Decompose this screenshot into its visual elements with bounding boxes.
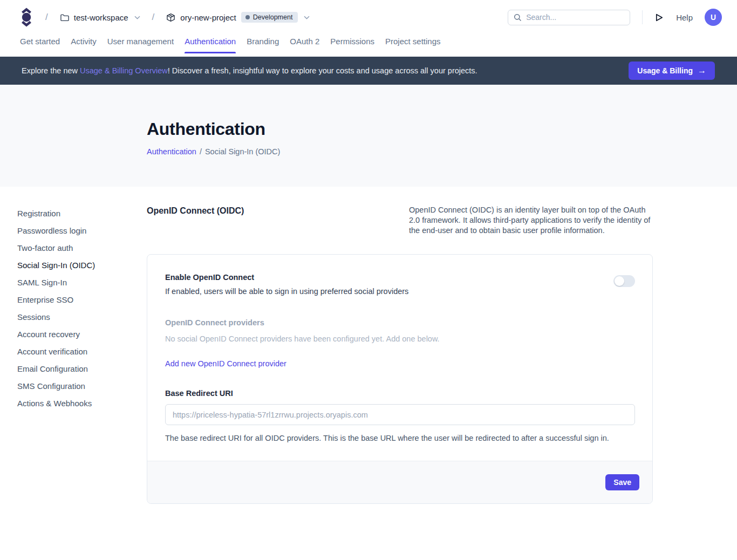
save-button[interactable]: Save — [605, 474, 639, 490]
sidebar-item[interactable]: Actions & Webhooks — [17, 395, 131, 412]
add-provider-link[interactable]: Add new OpenID Connect provider — [165, 359, 286, 368]
workspace-switcher[interactable]: test-workspace — [60, 13, 140, 22]
chevron-down-icon — [134, 16, 140, 19]
breadcrumb-authentication-link[interactable]: Authentication — [147, 147, 196, 156]
nav-tab[interactable]: Project settings — [385, 35, 441, 53]
project-nav-tabs: Get started Activity User management Aut… — [0, 35, 737, 57]
enable-oidc-description: If enabled, users will be able to sign i… — [165, 287, 408, 296]
project-switcher[interactable]: ory-new-project Development — [166, 12, 310, 23]
enable-oidc-toggle[interactable] — [613, 275, 635, 287]
oidc-settings-card: Enable OpenID Connect If enabled, users … — [147, 254, 653, 504]
breadcrumb-separator: / — [152, 12, 155, 23]
enable-oidc-title: Enable OpenID Connect — [165, 273, 408, 282]
banner-text: Explore the new Usage & Billing Overview… — [22, 66, 620, 75]
page-header: Authentication Authentication/Social Sig… — [0, 85, 737, 187]
sidebar-item[interactable]: SAML Sign-In — [17, 274, 131, 291]
package-icon — [166, 13, 175, 22]
user-avatar[interactable]: U — [705, 9, 722, 26]
nav-tab[interactable]: Activity — [71, 35, 97, 53]
breadcrumb: Authentication/Social Sign-In (OIDC) — [147, 147, 737, 156]
nav-tab[interactable]: Branding — [247, 35, 279, 53]
section-description: OpenID Connect (OIDC) is an identity lay… — [409, 205, 653, 236]
breadcrumb-separator: / — [200, 147, 202, 156]
page-title: Authentication — [147, 119, 737, 139]
toggle-knob — [615, 276, 624, 286]
help-button[interactable]: Help — [676, 13, 693, 22]
usage-billing-overview-link[interactable]: Usage & Billing Overview — [80, 66, 168, 75]
chevron-down-icon — [304, 16, 310, 19]
nav-tab[interactable]: User management — [107, 35, 174, 53]
sidebar-item[interactable]: Enterprise SSO — [17, 291, 131, 309]
project-name: ory-new-project — [180, 13, 236, 22]
nav-tab[interactable]: Permissions — [330, 35, 374, 53]
sidebar-item[interactable]: Passwordless login — [17, 222, 131, 240]
sidebar-item[interactable]: Sessions — [17, 309, 131, 326]
usage-billing-banner: Explore the new Usage & Billing Overview… — [0, 57, 737, 85]
sidebar-item[interactable]: Account recovery — [17, 326, 131, 343]
sidebar-item[interactable]: Two-factor auth — [17, 240, 131, 257]
search-box — [508, 10, 630, 25]
section-title: OpenID Connect (OIDC) — [147, 205, 244, 216]
sidebar-item[interactable]: Social Sign-In (OIDC) — [17, 257, 131, 274]
workspace-name: test-workspace — [74, 13, 128, 22]
divider — [642, 10, 643, 24]
base-redirect-uri-input[interactable] — [165, 404, 635, 425]
folder-icon — [60, 13, 69, 22]
sidebar-item[interactable]: SMS Configuration — [17, 378, 131, 395]
base-redirect-uri-help: The base redirect URI for all OIDC provi… — [165, 434, 635, 442]
sidebar-item[interactable]: Registration — [17, 205, 131, 222]
usage-billing-button[interactable]: Usage & Billing → — [629, 62, 715, 80]
nav-tab[interactable]: Authentication — [185, 35, 236, 53]
card-footer: Save — [147, 461, 652, 503]
arrow-right-icon: → — [698, 66, 706, 76]
base-redirect-uri-label: Base Redirect URI — [165, 389, 635, 398]
providers-title: OpenID Connect providers — [165, 318, 635, 327]
environment-dot-icon — [245, 15, 250, 19]
sidebar-item[interactable]: Email Configuration — [17, 360, 131, 378]
breadcrumb-separator: / — [45, 12, 48, 23]
environment-badge: Development — [241, 12, 298, 23]
search-icon — [514, 13, 522, 22]
providers-empty-state: No social OpenID Connect providers have … — [165, 334, 635, 343]
sidebar-item[interactable]: Account verification — [17, 343, 131, 360]
topbar: / test-workspace / ory-new-project — [0, 0, 737, 35]
ory-logo[interactable] — [19, 7, 33, 28]
settings-side-nav: Registration Passwordless login Two-fact… — [17, 205, 131, 412]
nav-tab[interactable]: Get started — [20, 35, 60, 53]
search-input[interactable] — [526, 13, 624, 22]
nav-tab[interactable]: OAuth 2 — [290, 35, 319, 53]
content: Registration Passwordless login Two-fact… — [0, 187, 737, 525]
main-panel: OpenID Connect (OIDC) OpenID Connect (OI… — [147, 205, 653, 525]
cli-run-button[interactable] — [654, 12, 664, 23]
breadcrumb-current: Social Sign-In (OIDC) — [205, 147, 280, 156]
